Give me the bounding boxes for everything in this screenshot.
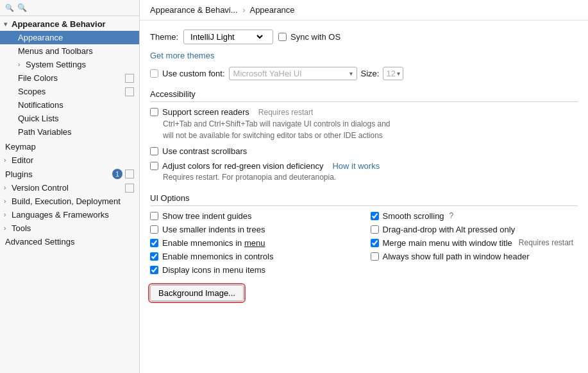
ui-options-grid: Show tree indent guides Smooth scrolling…	[150, 211, 578, 275]
font-dropdown-icon[interactable]: ▾	[349, 70, 353, 77]
sidebar-label-appearance-behavior: Appearance & Behavior	[12, 19, 106, 29]
option-empty	[371, 265, 578, 275]
font-value: Microsoft YaHei UI	[233, 69, 347, 78]
sidebar-item-appearance[interactable]: Appearance	[0, 31, 139, 44]
sidebar-item-notifications[interactable]: Notifications	[0, 98, 139, 112]
contrast-scrollbars-checkbox[interactable]	[150, 147, 158, 155]
expand-icon-tools: ›	[4, 225, 12, 232]
smooth-scrolling-help-icon[interactable]: ?	[449, 211, 454, 220]
ui-options-section: UI Options Show tree indent guides Smoot…	[150, 193, 578, 301]
search-input[interactable]	[17, 3, 134, 12]
red-green-label: Adjust colors for red-green vision defic…	[162, 161, 323, 171]
custom-font-label: Use custom font:	[162, 69, 225, 78]
mnemonics-menu-checkbox[interactable]	[150, 239, 158, 247]
sidebar-item-editor[interactable]: › Editor	[0, 153, 139, 167]
theme-select[interactable]: IntelliJ Light	[188, 31, 265, 42]
search-bar[interactable]: 🔍	[0, 0, 139, 16]
acc-row-red-green: Adjust colors for red-green vision defic…	[150, 161, 578, 171]
sidebar-item-version-control[interactable]: › Version Control	[0, 181, 139, 195]
breadcrumb-separator: ›	[242, 5, 245, 15]
contrast-scrollbars-label: Use contrast scrollbars	[162, 146, 247, 156]
sidebar-label-version-control: Version Control	[12, 183, 69, 193]
scopes-icon	[125, 87, 134, 96]
display-icons-checkbox[interactable]	[150, 266, 158, 274]
sidebar-item-quick-lists[interactable]: Quick Lists	[0, 112, 139, 125]
plugins-icon	[125, 169, 134, 178]
sidebar-label-advanced-settings: Advanced Settings	[5, 237, 74, 247]
sidebar-label-keymap: Keymap	[5, 142, 36, 152]
sidebar-item-appearance-behavior[interactable]: ▾ Appearance & Behavior	[0, 17, 139, 31]
theme-select-wrapper[interactable]: IntelliJ Light	[183, 30, 273, 44]
plugins-badge: 1	[112, 169, 122, 179]
sidebar-item-languages[interactable]: › Languages & Frameworks	[0, 208, 139, 221]
custom-font-checkbox-row: Use custom font:	[150, 69, 225, 78]
merge-menu-checkbox[interactable]	[371, 239, 379, 247]
merge-menu-label: Merge main menu with window title	[383, 238, 512, 248]
mnemonics-controls-checkbox[interactable]	[150, 252, 158, 261]
drag-drop-label: Drag-and-drop with Alt pressed only	[383, 225, 516, 234]
breadcrumb-current: Appearance	[249, 5, 294, 15]
content-area: Theme: IntelliJ Light Sync with OS Get m…	[140, 21, 588, 310]
get-more-themes-link[interactable]: Get more themes	[150, 51, 214, 60]
sidebar-label-languages: Languages & Frameworks	[12, 210, 109, 220]
size-dropdown-icon[interactable]: ▾	[397, 70, 400, 77]
sidebar-label-editor: Editor	[12, 155, 33, 165]
theme-label: Theme:	[150, 32, 178, 42]
sidebar-item-plugins[interactable]: Plugins 1	[0, 167, 139, 181]
expand-icon-system: ›	[18, 61, 26, 68]
option-full-path: Always show full path in window header	[371, 252, 578, 261]
full-path-checkbox[interactable]	[371, 252, 379, 261]
sidebar-label-menus-toolbars: Menus and Toolbars	[18, 46, 93, 56]
ui-options-title: UI Options	[150, 193, 578, 206]
sync-os-row: Sync with OS	[278, 32, 340, 42]
smaller-indents-checkbox[interactable]	[150, 225, 158, 234]
sidebar-label-notifications: Notifications	[18, 100, 63, 110]
option-smaller-indents: Use smaller indents in trees	[150, 225, 358, 234]
red-green-checkbox[interactable]	[150, 162, 158, 170]
font-row: Use custom font: Microsoft YaHei UI ▾ Si…	[150, 67, 578, 80]
sidebar-item-scopes[interactable]: Scopes	[0, 85, 139, 98]
sidebar-item-menus-toolbars[interactable]: Menus and Toolbars	[0, 44, 139, 58]
file-colors-icon	[125, 74, 134, 83]
sidebar-label-build: Build, Execution, Deployment	[12, 196, 121, 206]
display-icons-label: Display icons in menu items	[162, 265, 265, 275]
sidebar-item-path-variables[interactable]: Path Variables	[0, 125, 139, 139]
sidebar-item-file-colors[interactable]: File Colors	[0, 71, 139, 85]
size-label: Size:	[361, 69, 380, 78]
option-display-icons: Display icons in menu items	[150, 265, 358, 275]
smaller-indents-label: Use smaller indents in trees	[162, 225, 265, 234]
sidebar-label-quick-lists: Quick Lists	[18, 114, 59, 123]
expand-icon-vcs: ›	[4, 184, 12, 191]
option-merge-menu: Merge main menu with window title Requir…	[371, 238, 578, 248]
sidebar-item-tools[interactable]: › Tools	[0, 221, 139, 235]
acc-item-red-green: Adjust colors for red-green vision defic…	[150, 161, 578, 183]
merge-menu-note: Requires restart	[519, 238, 573, 247]
sync-os-checkbox[interactable]	[278, 33, 287, 41]
smooth-scrolling-checkbox[interactable]	[371, 212, 379, 220]
option-drag-drop: Drag-and-drop with Alt pressed only	[371, 225, 578, 234]
sidebar-item-keymap[interactable]: Keymap	[0, 140, 139, 153]
size-value: 12	[386, 69, 395, 78]
font-select-wrapper[interactable]: Microsoft YaHei UI ▾	[229, 67, 357, 80]
sidebar-item-system-settings[interactable]: › System Settings	[0, 58, 139, 71]
sidebar-item-build[interactable]: › Build, Execution, Deployment	[0, 195, 139, 208]
background-image-button[interactable]: Background Image...	[150, 285, 244, 301]
acc-item-contrast-scrollbars: Use contrast scrollbars	[150, 146, 578, 156]
sidebar-item-advanced-settings[interactable]: Advanced Settings	[0, 235, 139, 248]
option-mnemonics-menu: Enable mnemonics in menu	[150, 238, 358, 248]
sidebar-section-appearance-behavior: ▾ Appearance & Behavior Appearance Menus…	[0, 16, 139, 140]
screen-readers-checkbox[interactable]	[150, 108, 158, 116]
custom-font-checkbox[interactable]	[150, 69, 158, 78]
tree-indent-checkbox[interactable]	[150, 212, 158, 220]
drag-drop-checkbox[interactable]	[371, 225, 379, 234]
breadcrumb: Appearance & Behavi... › Appearance	[140, 0, 588, 21]
acc-row-screen-readers: Support screen readers Requires restart	[150, 107, 578, 117]
how-it-works-link[interactable]: How it works	[332, 161, 380, 171]
smooth-scrolling-label: Smooth scrolling	[383, 211, 444, 221]
search-icon: 🔍	[5, 4, 14, 12]
option-smooth-scrolling: Smooth scrolling ?	[371, 211, 578, 221]
size-select-wrapper[interactable]: 12 ▾	[383, 67, 403, 80]
sidebar-label-scopes: Scopes	[18, 87, 46, 96]
expand-icon: ▾	[4, 21, 12, 28]
full-path-label: Always show full path in window header	[383, 252, 530, 261]
